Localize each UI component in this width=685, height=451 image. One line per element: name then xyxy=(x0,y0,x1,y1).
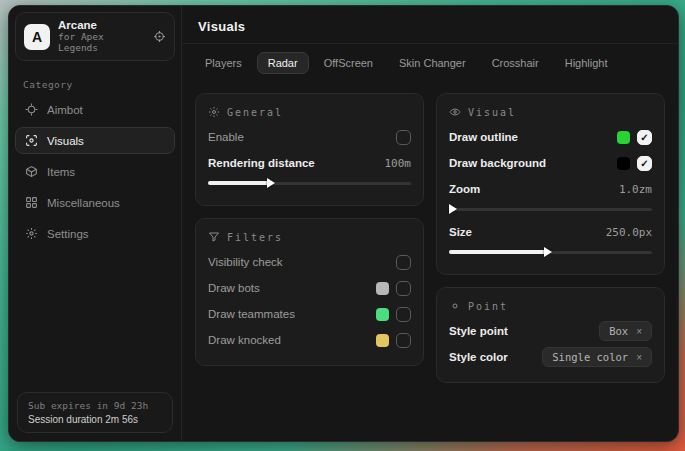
panel-title: Point xyxy=(468,301,508,312)
panel-filters-header: Filters xyxy=(208,229,411,249)
sidebar-nav: Aimbot Visuals Items xyxy=(9,96,181,247)
sidebar-item-label: Settings xyxy=(47,228,89,240)
sidebar: A Arcane for Apex Legends Category xyxy=(9,6,182,441)
sidebar-item-label: Miscellaneous xyxy=(47,197,120,209)
draw-outline-color-swatch[interactable] xyxy=(617,131,630,144)
panel-title: Filters xyxy=(227,232,283,243)
eye-scan-icon xyxy=(25,134,38,147)
sidebar-item-miscellaneous[interactable]: Miscellaneous xyxy=(15,189,175,216)
content-grid: General Enable Rendering distance 100m xyxy=(182,80,678,441)
draw-background-color-swatch[interactable] xyxy=(617,157,630,170)
draw-background-row: Draw background ✓ xyxy=(449,150,652,176)
panel-point: Point Style point Box × Style color Sing… xyxy=(436,287,665,383)
slider-thumb[interactable] xyxy=(267,178,275,188)
enable-row: Enable xyxy=(208,124,411,150)
sidebar-item-items[interactable]: Items xyxy=(15,158,175,185)
draw-knocked-label: Draw knocked xyxy=(208,334,368,346)
zoom-label: Zoom xyxy=(449,183,611,195)
panel-general-header: General xyxy=(208,104,411,124)
rendering-distance-value: 100m xyxy=(385,157,412,170)
tab-players[interactable]: Players xyxy=(194,52,253,74)
style-point-label: Style point xyxy=(449,325,591,337)
style-point-chip[interactable]: Box × xyxy=(599,321,652,341)
sidebar-item-label: Visuals xyxy=(47,135,84,147)
funnel-icon xyxy=(208,231,220,243)
sidebar-item-settings[interactable]: Settings xyxy=(15,220,175,247)
sidebar-item-label: Items xyxy=(47,166,75,178)
zoom-value: 1.0zm xyxy=(619,183,652,196)
panel-visual-header: Visual xyxy=(449,104,652,124)
tab-crosshair[interactable]: Crosshair xyxy=(481,52,550,74)
size-label: Size xyxy=(449,226,598,238)
chip-close-icon[interactable]: × xyxy=(636,326,642,337)
panel-filters: Filters Visibility check Draw bots xyxy=(195,218,424,366)
draw-teammates-row: Draw teammates xyxy=(208,301,411,327)
panel-title: Visual xyxy=(468,107,516,118)
draw-teammates-label: Draw teammates xyxy=(208,308,368,320)
brand-text: Arcane for Apex Legends xyxy=(58,19,145,54)
chip-label: Box xyxy=(609,325,628,337)
dot-icon xyxy=(449,300,461,312)
visibility-check-label: Visibility check xyxy=(208,256,388,268)
subscription-footer: Sub expires in 9d 23h Session duration 2… xyxy=(17,392,173,433)
sidebar-category-label: Category xyxy=(9,67,181,96)
tab-highlight[interactable]: Highlight xyxy=(554,52,619,74)
draw-outline-label: Draw outline xyxy=(449,131,609,143)
draw-bots-row: Draw bots xyxy=(208,275,411,301)
sub-expires-text: Sub expires in 9d 23h xyxy=(28,400,162,411)
cube-icon xyxy=(25,165,38,178)
crosshair-icon xyxy=(25,103,38,116)
tab-offscreen[interactable]: OffScreen xyxy=(313,52,384,74)
size-value: 250.0px xyxy=(606,226,652,239)
draw-bots-label: Draw bots xyxy=(208,282,368,294)
sidebar-item-visuals[interactable]: Visuals xyxy=(15,127,175,154)
visibility-check-row: Visibility check xyxy=(208,249,411,275)
main-area: Visuals Players Radar OffScreen Skin Cha… xyxy=(182,6,678,441)
page-title: Visuals xyxy=(198,19,662,34)
style-color-label: Style color xyxy=(449,351,534,363)
style-point-row: Style point Box × xyxy=(449,318,652,344)
brand-card: A Arcane for Apex Legends xyxy=(15,12,175,61)
chip-label: Single color xyxy=(552,351,628,363)
slider-thumb[interactable] xyxy=(449,204,457,214)
draw-knocked-row: Draw knocked xyxy=(208,327,411,353)
draw-knocked-color-swatch[interactable] xyxy=(376,334,389,347)
session-duration-text: Session duration 2m 56s xyxy=(28,414,162,425)
draw-bots-checkbox[interactable] xyxy=(396,281,411,296)
slider-thumb[interactable] xyxy=(544,247,552,257)
style-color-chip[interactable]: Single color × xyxy=(542,347,652,367)
tab-bar: Players Radar OffScreen Skin Changer Cro… xyxy=(182,44,678,80)
draw-outline-checkbox[interactable]: ✓ xyxy=(637,130,652,145)
target-settings-icon[interactable] xyxy=(153,30,166,43)
draw-teammates-color-swatch[interactable] xyxy=(376,308,389,321)
zoom-slider[interactable] xyxy=(449,203,652,215)
main-header: Visuals xyxy=(182,6,678,44)
enable-checkbox[interactable] xyxy=(396,130,411,145)
draw-background-label: Draw background xyxy=(449,157,609,169)
rendering-distance-slider[interactable] xyxy=(208,177,411,189)
panel-visual: Visual Draw outline ✓ Draw background xyxy=(436,93,665,275)
gear-icon xyxy=(25,227,38,240)
app-window: A Arcane for Apex Legends Category xyxy=(8,5,679,442)
chip-close-icon[interactable]: × xyxy=(636,352,642,363)
size-slider[interactable] xyxy=(449,246,652,258)
draw-teammates-checkbox[interactable] xyxy=(396,307,411,322)
draw-outline-row: Draw outline ✓ xyxy=(449,124,652,150)
draw-bots-color-swatch[interactable] xyxy=(376,282,389,295)
grid-icon xyxy=(25,196,38,209)
sidebar-item-aimbot[interactable]: Aimbot xyxy=(15,96,175,123)
tab-radar[interactable]: Radar xyxy=(257,52,309,74)
eye-icon xyxy=(449,106,461,118)
panel-title: General xyxy=(227,107,283,118)
sidebar-item-label: Aimbot xyxy=(47,104,83,116)
draw-background-checkbox[interactable]: ✓ xyxy=(637,156,652,171)
tab-skin-changer[interactable]: Skin Changer xyxy=(388,52,477,74)
enable-label: Enable xyxy=(208,131,388,143)
size-row: Size 250.0px xyxy=(449,219,652,245)
brand-subtitle: for Apex Legends xyxy=(58,32,145,54)
visibility-check-checkbox[interactable] xyxy=(396,255,411,270)
draw-knocked-checkbox[interactable] xyxy=(396,333,411,348)
general-gear-icon xyxy=(208,106,220,118)
rendering-distance-label: Rendering distance xyxy=(208,157,377,169)
panel-point-header: Point xyxy=(449,298,652,318)
